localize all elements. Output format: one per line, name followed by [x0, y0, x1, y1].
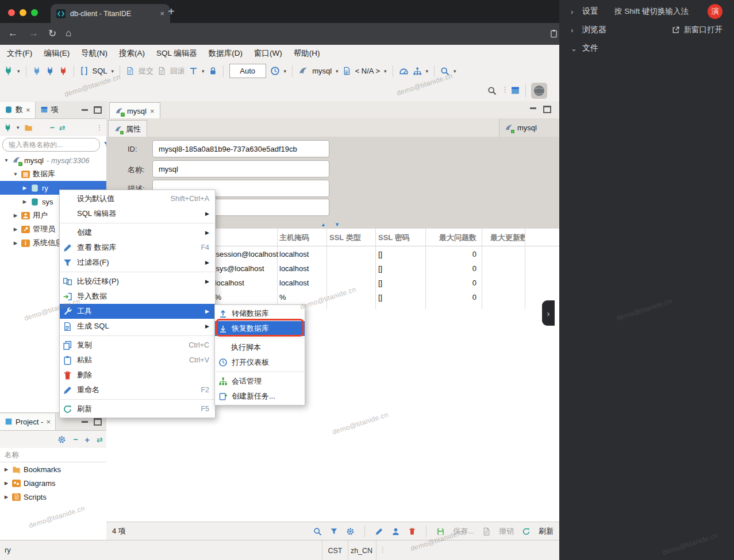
- submenu-item-create-task[interactable]: 创建新任务...: [215, 389, 305, 404]
- history-caret-icon[interactable]: ▾: [284, 68, 287, 74]
- name-field[interactable]: [152, 160, 329, 177]
- cell-host[interactable]: %: [279, 293, 286, 302]
- tree-node-mysql-connection[interactable]: ▼ ✓ mysql - mysql:3306: [0, 153, 106, 167]
- menu-item-generate-sql[interactable]: 生成 SQL ▶: [60, 319, 215, 334]
- schema-caret-icon[interactable]: ▾: [384, 68, 387, 74]
- sash-collapse-icon[interactable]: ▲: [321, 222, 326, 227]
- cell-cipher[interactable]: []: [378, 279, 382, 287]
- toolbar-kebab-icon[interactable]: ⋮: [501, 85, 509, 94]
- cell-host[interactable]: localhost: [279, 279, 309, 287]
- expand-all-icon[interactable]: +: [84, 435, 90, 445]
- minimize-window-button[interactable]: [20, 9, 26, 16]
- new-folder-icon[interactable]: [24, 123, 33, 132]
- menu-edit[interactable]: 编辑(E): [44, 48, 70, 59]
- browser-tab[interactable]: db-client - TitanIDE ×: [51, 4, 170, 23]
- menu-item-refresh[interactable]: 刷新 F5: [60, 401, 215, 416]
- sidebar-section-browser[interactable]: › 浏览器 新窗口打开: [559, 21, 734, 39]
- menu-item-set-default[interactable]: 设为默认值 Shift+Ctrl+A: [60, 191, 215, 206]
- tab-projects[interactable]: 项: [36, 102, 63, 118]
- col-ssl-type[interactable]: SSL 类型: [329, 233, 361, 243]
- menu-item-compare-migrate[interactable]: 比较/迁移(P) ▶: [60, 274, 215, 289]
- expand-icon[interactable]: ▶: [13, 240, 18, 246]
- expand-icon[interactable]: ▶: [13, 226, 18, 232]
- cell-max[interactable]: 0: [428, 250, 476, 258]
- menu-navigate[interactable]: 导航(N): [81, 48, 107, 59]
- back-icon[interactable]: ←: [8, 28, 18, 39]
- sash-expand-icon[interactable]: ▼: [335, 222, 340, 227]
- tab-project[interactable]: Project - ×: [0, 414, 56, 430]
- minimize-panel-icon[interactable]: [82, 109, 88, 111]
- menu-item-create[interactable]: 创建 ▶: [60, 225, 215, 240]
- quick-search-icon[interactable]: [487, 86, 497, 95]
- menu-sql-editor[interactable]: SQL 编辑器: [156, 48, 197, 59]
- link-editor-icon[interactable]: ⇄: [59, 123, 66, 132]
- submenu-item-restore-database[interactable]: 恢复数据库: [215, 321, 305, 336]
- ime-badge[interactable]: 演: [708, 4, 723, 19]
- connect-icon[interactable]: [32, 67, 41, 76]
- grid-filter-icon[interactable]: [330, 527, 338, 535]
- cell-host[interactable]: localhost: [279, 250, 309, 258]
- expand-icon[interactable]: ▼: [13, 171, 18, 177]
- rollback-icon[interactable]: [157, 67, 166, 75]
- minimize-panel-icon[interactable]: [82, 421, 88, 423]
- menu-file[interactable]: 文件(F): [7, 48, 32, 59]
- cell-max[interactable]: 0: [428, 264, 476, 273]
- table-filter-input[interactable]: [2, 138, 100, 152]
- search-caret-icon[interactable]: ▾: [454, 68, 456, 74]
- menu-database[interactable]: 数据库(D): [209, 48, 243, 59]
- editor-tab-close-icon[interactable]: ×: [150, 107, 155, 115]
- menu-item-copy[interactable]: 复制 Ctrl+C: [60, 338, 215, 353]
- edit-row-pencil-icon[interactable]: [375, 527, 383, 536]
- cell-cipher[interactable]: []: [378, 250, 382, 258]
- connection-indicator[interactable]: ✓ mysql: [499, 118, 559, 137]
- tab-db-close-icon[interactable]: ×: [26, 106, 30, 114]
- cell-max[interactable]: 0: [428, 293, 476, 302]
- close-window-button[interactable]: [8, 9, 15, 16]
- status-timezone[interactable]: CST: [322, 540, 348, 560]
- tasks-caret-icon[interactable]: ▾: [426, 68, 429, 74]
- editor-tab-mysql[interactable]: ✓ mysql ×: [109, 102, 160, 119]
- new-tab-button[interactable]: +: [168, 5, 175, 18]
- maximize-editor-icon[interactable]: [543, 106, 551, 113]
- window-controls[interactable]: [8, 8, 43, 18]
- submenu-item-dump-database[interactable]: 转储数据库: [215, 306, 305, 321]
- cell-cipher[interactable]: []: [378, 264, 382, 273]
- menu-item-delete[interactable]: 删除: [60, 368, 215, 383]
- cell-max[interactable]: 0: [428, 279, 476, 287]
- tab-close-icon[interactable]: ×: [160, 9, 164, 18]
- tx-lock-icon[interactable]: [209, 67, 217, 75]
- active-schema-select[interactable]: < N/A >: [355, 67, 380, 75]
- expand-icon[interactable]: ▶: [3, 480, 9, 486]
- menu-item-filter[interactable]: 过滤器(F) ▶: [60, 255, 215, 270]
- col-host-mask[interactable]: 主机掩码: [279, 233, 309, 243]
- expand-icon[interactable]: ▶: [3, 494, 9, 500]
- history-clock-icon[interactable]: [270, 66, 280, 76]
- menu-help[interactable]: 帮助(H): [294, 48, 320, 59]
- clipboard-icon[interactable]: [549, 29, 558, 38]
- project-node-diagrams[interactable]: ▶ Diagrams: [0, 476, 106, 490]
- refresh-button[interactable]: 刷新: [539, 526, 554, 536]
- properties-tab[interactable]: ✓ 属性: [108, 120, 147, 137]
- tab-database-navigator[interactable]: 数 ×: [0, 102, 36, 118]
- grid-settings-gear-icon[interactable]: [346, 527, 355, 536]
- project-node-bookmarks[interactable]: ▶ ★ Bookmarks: [0, 462, 106, 476]
- id-field[interactable]: [152, 140, 329, 157]
- transaction-icon[interactable]: [189, 67, 198, 75]
- save-icon[interactable]: [436, 527, 445, 536]
- home-icon[interactable]: ⌂: [66, 28, 71, 39]
- menu-item-view-database[interactable]: 查看 数据库 F4: [60, 240, 215, 255]
- dashboard-gauge-icon[interactable]: [399, 66, 409, 76]
- maximize-panel-icon[interactable]: [94, 106, 102, 114]
- nav-kebab-icon[interactable]: ⋮: [96, 123, 103, 132]
- toolbar-search-icon[interactable]: [440, 67, 449, 76]
- save-button[interactable]: 保存...: [453, 526, 474, 536]
- new-connection-caret-icon[interactable]: ▾: [17, 68, 20, 74]
- open-new-window-button[interactable]: 新窗口打开: [672, 25, 723, 35]
- project-tab-close-icon[interactable]: ×: [46, 418, 51, 426]
- zoom-window-button[interactable]: [31, 9, 38, 16]
- menu-item-import-data[interactable]: 导入数据: [60, 289, 215, 304]
- tree-node-databases[interactable]: ▼ 数据库: [0, 167, 106, 181]
- link-editor-icon[interactable]: ⇄: [97, 435, 103, 444]
- col-max-updates[interactable]: 最大更新数: [490, 233, 525, 243]
- submenu-item-session-manager[interactable]: 会话管理: [215, 374, 305, 389]
